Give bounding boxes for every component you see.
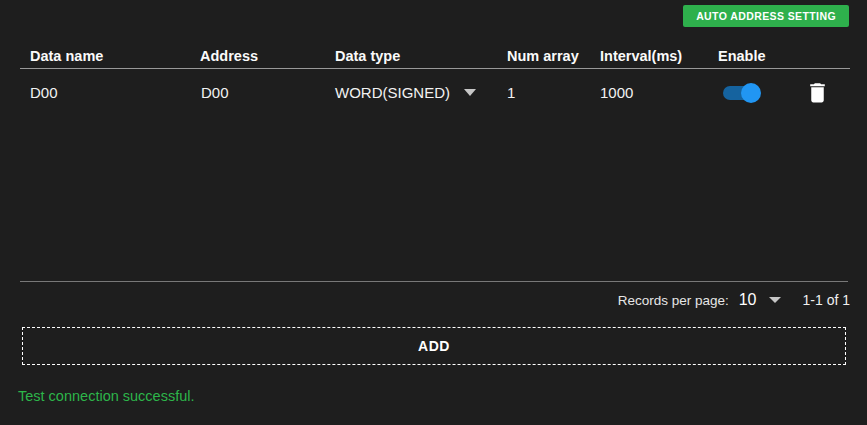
cell-data-name[interactable]: D00 — [30, 84, 200, 101]
column-header-enable: Enable — [718, 48, 805, 64]
data-type-select[interactable]: WORD(SIGNED) — [335, 84, 507, 101]
chevron-down-icon — [464, 89, 476, 96]
cell-address[interactable]: D00 — [200, 84, 335, 101]
column-header-num-array: Num array — [507, 48, 600, 64]
column-header-data-name: Data name — [30, 48, 200, 64]
records-per-page-value: 10 — [739, 291, 757, 309]
records-per-page-select[interactable]: 10 — [739, 291, 781, 309]
cell-actions — [805, 79, 857, 106]
table-row: D00 D00 WORD(SIGNED) 1 1000 — [0, 69, 867, 116]
chevron-down-icon — [769, 297, 781, 303]
pagination-bar: Records per page: 10 1-1 of 1 — [618, 286, 850, 314]
cell-interval[interactable]: 1000 — [600, 84, 718, 101]
add-row-button[interactable]: ADD — [22, 327, 846, 365]
device-data-config-panel: { "colors": { "background": "#1e1e1e", "… — [0, 0, 867, 425]
enable-toggle[interactable] — [723, 86, 758, 100]
pagination-range-label: 1-1 of 1 — [803, 292, 850, 308]
column-header-address: Address — [200, 48, 335, 64]
footer-divider — [20, 281, 848, 282]
status-message: Test connection successful. — [18, 388, 195, 404]
table-header-row: Data name Address Data type Num array In… — [0, 44, 867, 68]
delete-row-button[interactable] — [805, 79, 831, 106]
trash-icon — [805, 79, 830, 106]
cell-enable — [718, 86, 805, 100]
column-header-data-type: Data type — [335, 48, 507, 64]
column-header-interval: Interval(ms) — [600, 48, 718, 64]
auto-address-setting-button[interactable]: AUTO ADDRESS SETTING — [683, 5, 849, 27]
data-type-value: WORD(SIGNED) — [335, 84, 450, 101]
cell-num-array[interactable]: 1 — [507, 84, 600, 101]
records-per-page-label: Records per page: — [618, 293, 729, 308]
enable-toggle-knob — [741, 83, 761, 103]
